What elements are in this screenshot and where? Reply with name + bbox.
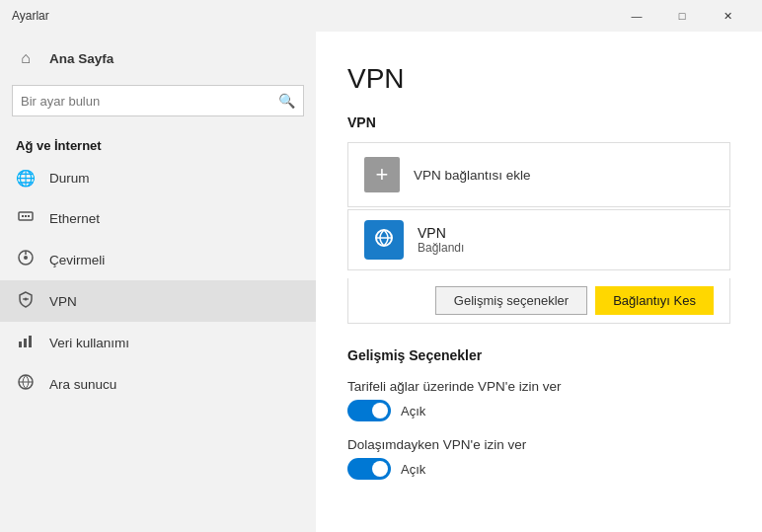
minimize-button[interactable]: — — [614, 0, 659, 32]
ethernet-icon — [16, 207, 36, 229]
page-title: VPN — [347, 63, 730, 95]
vpn-name: VPN — [418, 225, 714, 241]
vpn-buttons-row: Gelişmiş seçenekler Bağlantıyı Kes — [347, 278, 730, 324]
sidebar-item-cevirmeli[interactable]: Çevirmeli — [0, 239, 316, 280]
sidebar-item-home[interactable]: ⌂ Ana Sayfa — [16, 43, 300, 73]
data-usage-icon — [16, 332, 36, 353]
toggle-row-1: Tarifeli ağlar üzerinde VPN'e izin ver A… — [347, 379, 730, 421]
search-input[interactable] — [21, 94, 278, 109]
plus-icon: + — [376, 164, 389, 186]
close-button[interactable]: ✕ — [705, 0, 750, 32]
toggle1-with-text: Açık — [347, 400, 730, 421]
vpn-status: Bağlandı — [418, 241, 714, 255]
toggle1[interactable] — [347, 400, 391, 421]
svg-rect-11 — [29, 336, 32, 347]
toggle2[interactable] — [347, 458, 391, 480]
globe-icon: 🌐 — [16, 169, 36, 188]
veri-label: Veri kullanımı — [49, 336, 129, 350]
svg-rect-1 — [22, 215, 24, 217]
titlebar-buttons: — □ ✕ — [614, 0, 750, 32]
sidebar-item-proxy[interactable]: Ara sunucu — [0, 363, 316, 405]
ethernet-label: Ethernet — [49, 211, 100, 226]
vpn-connected-row[interactable]: VPN Bağlandı — [347, 209, 730, 270]
titlebar: Ayarlar — □ ✕ — [0, 0, 762, 32]
dial-icon — [16, 249, 36, 270]
svg-point-8 — [25, 298, 28, 301]
toggle-row-2: Dolaşımdayken VPN'e izin ver Açık — [347, 437, 730, 480]
toggle1-label: Tarifeli ağlar üzerinde VPN'e izin ver — [347, 379, 730, 394]
home-icon: ⌂ — [16, 49, 36, 67]
sidebar-item-durum[interactable]: 🌐 Durum — [0, 159, 316, 197]
disconnect-button[interactable]: Bağlantıyı Kes — [595, 286, 714, 315]
advanced-options-button[interactable]: Gelişmiş seçenekler — [435, 286, 587, 315]
proxy-label: Ara sunucu — [49, 377, 116, 392]
cevirmeli-label: Çevirmeli — [49, 253, 105, 267]
toggle2-with-text: Açık — [347, 458, 730, 480]
main-container: ⌂ Ana Sayfa 🔍 Ağ ve İnternet 🌐 Durum E — [0, 32, 762, 532]
sidebar: ⌂ Ana Sayfa 🔍 Ağ ve İnternet 🌐 Durum E — [0, 32, 316, 532]
vpn-add-label: VPN bağlantısı ekle — [414, 168, 531, 183]
titlebar-title: Ayarlar — [12, 9, 614, 23]
svg-point-6 — [24, 256, 28, 260]
sidebar-header: ⌂ Ana Sayfa — [0, 39, 316, 85]
durum-label: Durum — [49, 171, 90, 186]
maximize-button[interactable]: □ — [659, 0, 705, 32]
vpn-nav-icon — [16, 290, 36, 312]
proxy-icon — [16, 373, 36, 395]
sidebar-item-vpn[interactable]: VPN — [0, 280, 316, 322]
sidebar-item-ethernet[interactable]: Ethernet — [0, 197, 316, 239]
sidebar-item-veri[interactable]: Veri kullanımı — [0, 322, 316, 363]
svg-rect-10 — [24, 339, 27, 347]
toggle1-value: Açık — [401, 404, 425, 418]
vpn-logo-box — [364, 220, 404, 260]
vpn-section-title: VPN — [347, 114, 730, 130]
toggle2-value: Açık — [401, 462, 425, 477]
vpn-info: VPN Bağlandı — [418, 225, 714, 255]
search-icon: 🔍 — [278, 93, 295, 109]
advanced-section-title: Gelişmiş Seçenekler — [347, 347, 730, 363]
content-area: VPN VPN + VPN bağlantısı ekle — [316, 32, 762, 532]
sidebar-section-label: Ağ ve İnternet — [0, 132, 316, 159]
toggle2-label: Dolaşımdayken VPN'e izin ver — [347, 437, 730, 452]
vpn-logo-icon — [371, 225, 397, 256]
svg-rect-3 — [28, 215, 30, 217]
vpn-add-row[interactable]: + VPN bağlantısı ekle — [347, 142, 730, 207]
home-label: Ana Sayfa — [49, 51, 114, 66]
svg-rect-2 — [25, 215, 27, 217]
vpn-nav-label: VPN — [49, 294, 77, 309]
svg-rect-9 — [19, 342, 22, 347]
search-box[interactable]: 🔍 — [12, 85, 304, 116]
vpn-add-icon-box: + — [364, 157, 400, 192]
